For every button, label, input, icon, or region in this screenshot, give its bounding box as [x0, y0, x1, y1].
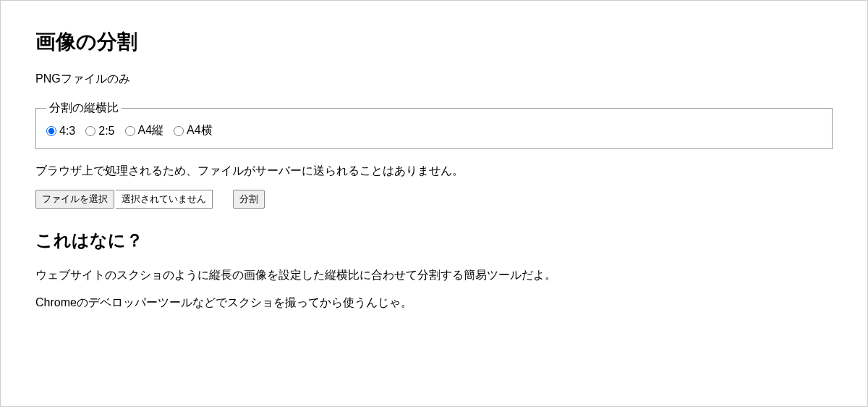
fieldset-legend: 分割の縦横比: [46, 101, 122, 116]
radio-option-a4-tate[interactable]: A4縦: [125, 123, 164, 138]
section-heading-about: これはなに？: [35, 229, 833, 252]
radio-input-2-5[interactable]: [85, 126, 95, 136]
radio-label: 2:5: [98, 125, 114, 138]
subtitle-text: PNGファイルのみ: [35, 70, 833, 88]
description-1: ウェブサイトのスクショのように縦長の画像を設定した縦横比に合わせて分割する簡易ツ…: [35, 267, 833, 284]
radio-option-2-5[interactable]: 2:5: [85, 125, 114, 138]
file-row: ファイルを選択 選択されていません 分割: [35, 190, 833, 209]
radio-label: 4:3: [59, 125, 75, 138]
file-choose-button[interactable]: ファイルを選択: [35, 190, 114, 209]
radio-input-a4-tate[interactable]: [125, 126, 135, 136]
radio-option-4-3[interactable]: 4:3: [46, 125, 75, 138]
file-status-text: 選択されていません: [116, 190, 213, 209]
page-container: 画像の分割 PNGファイルのみ 分割の縦横比 4:3 2:5 A4縦 A4横 ブ…: [0, 0, 868, 407]
split-button[interactable]: 分割: [233, 190, 265, 209]
page-title: 画像の分割: [35, 28, 833, 56]
description-2: Chromeのデベロッパーツールなどでスクショを撮ってから使うんじゃ。: [35, 294, 833, 311]
radio-label: A4横: [187, 123, 213, 138]
file-input-wrap: ファイルを選択 選択されていません: [35, 190, 213, 209]
radio-label: A4縦: [138, 123, 164, 138]
radio-group: 4:3 2:5 A4縦 A4横: [46, 123, 822, 138]
aspect-ratio-fieldset: 分割の縦横比 4:3 2:5 A4縦 A4横: [35, 101, 833, 149]
privacy-note: ブラウザ上で処理されるため、ファイルがサーバーに送られることはありません。: [35, 162, 833, 180]
radio-input-a4-yoko[interactable]: [174, 126, 184, 136]
radio-input-4-3[interactable]: [46, 126, 56, 136]
radio-option-a4-yoko[interactable]: A4横: [174, 123, 213, 138]
